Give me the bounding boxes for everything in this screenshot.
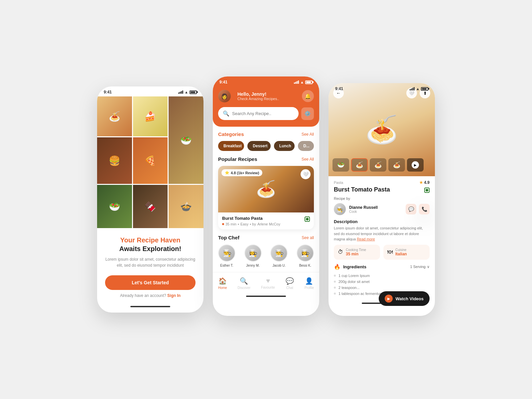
nav-favourite[interactable]: ♥ Favourite — [258, 276, 278, 291]
contact-actions: 💬 📞 — [406, 204, 430, 214]
food-cell-3: 🥗 — [169, 96, 203, 184]
recipe-food-icon: 🍝 — [256, 180, 276, 199]
call-button[interactable]: 📞 — [419, 204, 430, 214]
recipe-image: 🍝 ⭐ 4.8 (1k+ Review) 🤍 — [218, 166, 314, 212]
cuisine-value: Italian — [395, 252, 407, 256]
dot-1 — [334, 275, 336, 277]
signal-icon-3 — [410, 87, 415, 90]
star-yellow-icon: ★ — [419, 180, 423, 185]
profile-nav-label: Profile — [305, 286, 314, 290]
cuisine-card: 🍽 Cuisine Italian — [383, 245, 430, 260]
ing-text-3: 2 teaspoon... — [338, 286, 360, 290]
phone-1-text: Your Recipe HavenAwaits Exploration! Lor… — [97, 229, 203, 303]
favourite-nav-icon: ♥ — [266, 277, 270, 285]
food-cell-4: 🍔 — [97, 137, 132, 184]
thumb-3[interactable]: 🍝 — [370, 158, 386, 172]
category-dessert[interactable]: Dessert — [247, 141, 270, 151]
info-cards: ⏱ Cooking Time 35 min 🍽 Cuisine Italian — [334, 245, 430, 260]
chef-title: Top Chef — [218, 235, 239, 240]
food-emoji-1: 🍝 — [109, 111, 120, 122]
categories-row: Breakfast Dessert Lunch D... — [218, 141, 314, 151]
chef-esther[interactable]: 👨‍🍳 Esther T. — [218, 244, 235, 267]
search-input-wrap: 🔍 — [218, 107, 299, 120]
category-breakfast[interactable]: Breakfast — [218, 141, 244, 151]
food-cell-1: 🍝 — [97, 96, 132, 136]
thumb-2[interactable]: 🍝 — [351, 158, 368, 172]
chef-see-all[interactable]: See all — [302, 235, 314, 240]
header-orange: 👩 Hello, Jenny! Check Amazing Recipes.. … — [213, 86, 319, 127]
recipe-time: 35 min — [225, 222, 236, 226]
search-icon: 🔍 — [223, 110, 229, 117]
chef-row: 👨‍🍳 Esther T. 👩‍🍳 Jenny M. 👨‍🍳 Jacob U. … — [218, 244, 314, 267]
time-3: 9:41 — [335, 86, 343, 91]
chef-name-2: Jenny M. — [246, 264, 260, 267]
thumb-play[interactable]: ▶ — [407, 158, 424, 172]
food-cell-6: 🥗 — [97, 185, 132, 228]
description-title: Description — [334, 219, 430, 224]
favorite-button[interactable]: 🤍 — [301, 169, 311, 179]
wifi-icon-3: ▲ — [416, 87, 420, 91]
recipe-card[interactable]: 🍝 ⭐ 4.8 (1k+ Review) 🤍 Burst Tomato Past… — [218, 166, 314, 229]
recipe-title-row: Burst Tomato Pasta — [334, 186, 430, 197]
status-icons-2: ▲ — [294, 80, 313, 84]
popular-see-all[interactable]: See All — [302, 157, 314, 162]
chef-avatar-2: 👩‍🍳 — [244, 244, 262, 262]
nav-profile[interactable]: 👤 Profile — [301, 276, 317, 291]
chef-jacob[interactable]: 👨‍🍳 Jacob U. — [270, 244, 288, 267]
recipe-author: Arlene McCoy — [257, 222, 280, 226]
get-started-button[interactable]: Let's Get Started — [105, 275, 196, 290]
phone-2: 9:41 ▲ 👩 Hello, Jenny! — [213, 76, 319, 316]
wifi-icon: ▲ — [185, 90, 188, 94]
thumb-1[interactable]: 🥗 — [332, 158, 349, 172]
serving-selector[interactable]: 1 Serving ∨ — [410, 265, 430, 269]
food-cell-7: 🍫 — [133, 185, 168, 228]
fire-icon: 🔥 — [334, 264, 340, 270]
wifi-icon-2: ▲ — [300, 80, 304, 84]
status-icons-1: ▲ — [178, 90, 197, 94]
phone-1-content: 🍝 🍰 🥗 🍔 🍕 🥗 🍫 🍲 🍉 Your Recipe HavenAwait… — [97, 96, 203, 309]
star-icon: ⭐ — [225, 171, 229, 175]
cuisine-label: Cuisine — [395, 248, 407, 252]
filter-button[interactable]: ⚙️ — [301, 107, 314, 120]
thumb-4[interactable]: 🍝 — [388, 158, 405, 172]
chat-nav-icon: 💬 — [286, 277, 294, 285]
nav-discover[interactable]: 🔍 Discover — [234, 276, 254, 291]
dot-4 — [334, 293, 336, 295]
home-indicator-1 — [130, 306, 170, 307]
category-more[interactable]: D... — [298, 141, 314, 151]
recipe-by-label: Recipe by — [334, 197, 430, 200]
headline-accent: Recipe Haven — [137, 236, 180, 244]
categories-see-all[interactable]: See All — [302, 132, 314, 137]
food-grid: 🍝 🍰 🥗 🍔 🍕 🥗 🍫 🍲 🍉 — [97, 96, 203, 229]
popular-header: Popular Recipes See All — [218, 156, 314, 162]
food-cell-2: 🍰 — [133, 96, 168, 136]
watch-videos-button[interactable]: ▶ Watch Videos — [379, 291, 430, 306]
food-emoji-8: 🍲 — [180, 201, 192, 212]
chef-detail-role: Cook — [349, 210, 402, 213]
search-input[interactable] — [232, 111, 294, 116]
ingredients-title: Ingredients — [343, 264, 366, 269]
chef-bessi[interactable]: 👩‍🍳 Bessi K. — [297, 244, 314, 267]
nav-home[interactable]: 🏠 Home — [215, 276, 230, 291]
food-cell-8: 🍲 — [169, 185, 203, 228]
watch-play-icon: ▶ — [385, 295, 393, 303]
food-emoji-6: 🥗 — [109, 201, 120, 212]
chef-name-3: Jacob U. — [273, 264, 286, 267]
sign-in-link[interactable]: Sign In — [167, 293, 181, 298]
ing-text-1: 1 cup Lorem Ipsum — [338, 274, 370, 278]
food-emoji-3: 🥗 — [180, 135, 192, 146]
home-nav-icon: 🏠 — [218, 277, 227, 285]
chef-row-detail: 👨‍🍳 Dianne Russell Cook 💬 📞 — [334, 203, 430, 215]
cooking-time-card: ⏱ Cooking Time 35 min — [334, 245, 380, 260]
notification-button[interactable]: 🔔 — [302, 90, 314, 102]
category-lunch[interactable]: Lunch — [274, 141, 295, 151]
chef-name-4: Bessi K. — [299, 264, 312, 267]
signal-icon-2 — [294, 80, 299, 84]
chef-detail: Dianne Russell Cook — [349, 205, 402, 213]
chef-jenny[interactable]: 👩‍🍳 Jenny M. — [244, 244, 262, 267]
food-emoji-5: 🍕 — [144, 155, 156, 166]
nav-chat[interactable]: 💬 Chat — [282, 276, 297, 291]
description-text: Lorem ipsum dolor sit amet, consectetur … — [334, 225, 430, 242]
read-more-link[interactable]: Read more — [357, 237, 375, 241]
message-button[interactable]: 💬 — [406, 204, 416, 214]
